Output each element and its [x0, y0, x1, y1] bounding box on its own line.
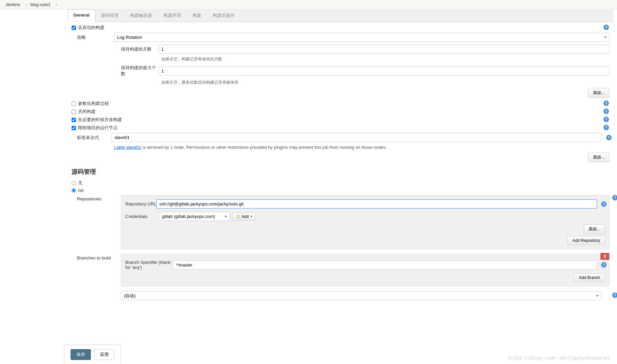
- branches-label: Branches to build: [77, 254, 121, 260]
- label-expr-input[interactable]: [111, 133, 601, 142]
- label-expr-note: Label slave01 is serviced by 1 node. Per…: [114, 145, 610, 150]
- label-slave-link[interactable]: Label slave01: [114, 145, 141, 150]
- scm-section-title: 源码管理: [72, 168, 610, 176]
- restrict-node-checkbox[interactable]: [72, 126, 76, 130]
- delete-branch-button[interactable]: X: [600, 253, 609, 260]
- scm-none-label: 无: [78, 180, 82, 186]
- max-to-keep-input[interactable]: [158, 66, 610, 76]
- label-advanced-button[interactable]: 高级...: [588, 152, 610, 162]
- help-icon[interactable]: ?: [603, 25, 609, 30]
- add-repository-button[interactable]: Add Repository: [567, 236, 605, 245]
- breadcrumb-jenkins[interactable]: Jenkins: [5, 2, 20, 7]
- strategy-label: 策略: [77, 34, 114, 40]
- help-icon[interactable]: ?: [606, 135, 612, 140]
- help-icon[interactable]: ?: [603, 125, 609, 130]
- scm-git-radio[interactable]: [72, 188, 76, 193]
- label-note-text: is serviced by 1 node. Permissions or ot…: [141, 145, 387, 150]
- strategy-select[interactable]: Log Rotation: [114, 33, 610, 42]
- repositories-label: Repositories: [77, 195, 121, 201]
- breadcrumb-project[interactable]: blog-solo2: [30, 2, 51, 7]
- restrict-node-label: 限制项目的运行节点: [78, 125, 118, 131]
- breadcrumb-sep: ›: [56, 2, 57, 7]
- scm-git-row[interactable]: Git: [72, 188, 84, 193]
- repo-url-label: Repository URL: [125, 201, 156, 206]
- scm-none-row[interactable]: 无: [72, 180, 82, 186]
- help-icon[interactable]: ?: [601, 201, 607, 207]
- discard-old-builds-row[interactable]: 丢弃旧的构建: [72, 25, 104, 31]
- max-to-keep-help: 如果非空，最多此数目的构建记录将被保存: [161, 80, 610, 85]
- key-icon: ⚿: [236, 215, 240, 219]
- disable-build-label: 关闭构建: [78, 109, 96, 115]
- credentials-label: Credentials: [125, 214, 159, 219]
- credentials-select[interactable]: gitlab (gitlab.jackyops.com): [159, 212, 230, 221]
- concurrent-label: 在必要的时候并发构建: [78, 117, 122, 123]
- repo-advanced-button[interactable]: 高级...: [584, 224, 605, 234]
- concurrent-row[interactable]: 在必要的时候并发构建: [72, 117, 122, 123]
- parameterized-checkbox[interactable]: [72, 102, 76, 106]
- parameterized-row[interactable]: 参数化构建过程: [72, 101, 109, 107]
- add-branch-button[interactable]: Add Branch: [574, 273, 605, 282]
- branch-spec-label: Branch Specifier (blank for 'any'): [125, 260, 173, 270]
- branch-block: X Branch Specifier (blank for 'any') ? A…: [121, 254, 610, 286]
- concurrent-checkbox[interactable]: [72, 118, 76, 122]
- repo-url-input[interactable]: [156, 199, 597, 208]
- help-icon[interactable]: ?: [601, 262, 607, 268]
- scm-git-label: Git: [78, 188, 84, 193]
- disable-build-checkbox[interactable]: [72, 110, 76, 114]
- tab-env[interactable]: 构建环境: [158, 9, 187, 22]
- label-expr-label: 标签表达式: [77, 135, 111, 141]
- help-icon[interactable]: ?: [612, 195, 617, 200]
- auto-label: [77, 291, 121, 292]
- auto-select[interactable]: (自动): [121, 291, 601, 300]
- scm-none-radio[interactable]: [72, 181, 76, 185]
- help-icon[interactable]: ?: [603, 117, 609, 122]
- help-icon[interactable]: ?: [603, 101, 609, 106]
- help-icon[interactable]: ?: [612, 292, 617, 298]
- breadcrumb-sep: ›: [26, 2, 27, 7]
- days-to-keep-help: 如果非空，构建记录将保存此天数: [161, 56, 610, 62]
- days-to-keep-label: 保持构建的天数: [121, 46, 158, 52]
- restrict-node-row[interactable]: 限制项目的运行节点: [72, 125, 118, 131]
- discard-old-builds-checkbox[interactable]: [72, 26, 76, 30]
- credentials-add-button[interactable]: ⚿ Add▾: [233, 213, 256, 221]
- discard-advanced-button[interactable]: 高级...: [588, 88, 610, 98]
- tab-post[interactable]: 构建后操作: [207, 9, 240, 22]
- breadcrumb: Jenkins › blog-solo2 ›: [0, 0, 617, 9]
- branch-spec-input[interactable]: [173, 260, 597, 270]
- parameterized-label: 参数化构建过程: [78, 101, 109, 107]
- tab-build[interactable]: 构建: [187, 9, 207, 22]
- repository-block: Repository URL ? Credentials gitlab (git…: [121, 195, 610, 249]
- dropdown-caret-icon: ▾: [251, 215, 252, 218]
- max-to-keep-label: 保持构建的最大个数: [121, 65, 158, 77]
- tab-general[interactable]: General: [68, 9, 95, 22]
- discard-old-builds-label: 丢弃旧的构建: [78, 25, 104, 31]
- help-icon[interactable]: ?: [603, 109, 609, 114]
- disable-build-row[interactable]: 关闭构建: [72, 109, 96, 115]
- tab-scm[interactable]: 源码管理: [95, 9, 124, 22]
- tab-triggers[interactable]: 构建触发器: [124, 9, 158, 22]
- config-tabs: General 源码管理 构建触发器 构建环境 构建 构建后操作: [68, 9, 614, 22]
- add-label: Add: [241, 214, 249, 219]
- days-to-keep-input[interactable]: [158, 45, 610, 54]
